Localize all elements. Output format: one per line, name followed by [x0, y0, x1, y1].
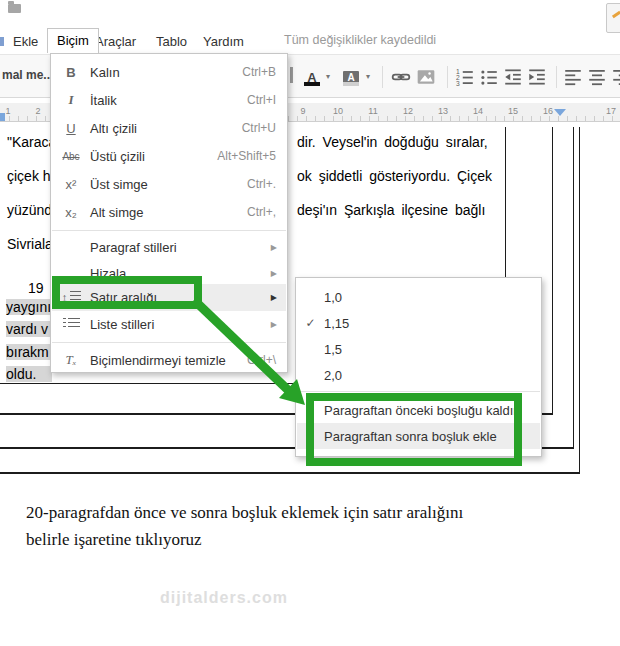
list-styles-icon: [52, 317, 90, 332]
menubar-araclar[interactable]: Araçlar: [95, 31, 136, 52]
menubar-yardim[interactable]: Yardım: [203, 31, 244, 52]
numbered-list-icon: 1 2 3: [455, 67, 475, 87]
menu-item-ustu-cizili[interactable]: Abc Üstü çizili Alt+Shift+5: [52, 142, 286, 170]
ruler-number: 11: [368, 106, 377, 116]
doc-text-line4-left: Sivriala: [7, 236, 53, 252]
menu-item-paragraf-stilleri[interactable]: Paragraf stilleri ▶: [52, 234, 286, 260]
checkmark-icon: ✓: [297, 316, 324, 330]
pencil-icon: [612, 11, 620, 19]
underline-icon: U: [52, 121, 90, 136]
right-indent-marker[interactable]: [554, 109, 566, 116]
menu-item-ust-simge[interactable]: x² Üst simge Ctrl+.: [52, 170, 286, 198]
toolbar-divider: [556, 66, 557, 88]
frame-border-vertical-2: [552, 127, 553, 413]
ruler-number: 10: [333, 106, 343, 116]
top-menubar: Ekle Biçim Araçlar Tablo Yardım Tüm deği…: [0, 0, 620, 52]
annotation-box-line-spacing: [52, 276, 202, 309]
align-left-icon: [563, 67, 583, 87]
svg-text:3: 3: [456, 80, 460, 87]
doc-text-line1-right: dir. Veysel'in doğduğu sıralar,: [297, 134, 488, 150]
edit-mode-button[interactable]: [606, 3, 620, 33]
google-docs-format-menu-screenshot: "Karaca çiçek h yüzünd Sivriala dir. Vey…: [0, 0, 620, 646]
align-left-button[interactable]: [562, 66, 584, 88]
align-center-icon: [587, 67, 607, 87]
ruler-number: 14: [473, 106, 483, 116]
bulleted-list-button[interactable]: [478, 66, 500, 88]
menu-separator: [297, 391, 540, 392]
insert-link-button[interactable]: [390, 66, 412, 88]
align-right-button[interactable]: [610, 66, 620, 88]
insert-image-button[interactable]: [415, 66, 437, 88]
menu-separator: [52, 230, 286, 231]
doc-text-line2-left: çiçek h: [7, 168, 51, 184]
cut-icon-fragment: [290, 67, 293, 83]
menu-item-alti-cizili[interactable]: U Altı çizili Ctrl+U: [52, 114, 286, 142]
menu-item-bicimlendirmeyi-temizle[interactable]: Tₓ Biçimlendirmeyi temizle Ctrl+\: [52, 346, 286, 374]
insert-link-icon: [391, 67, 411, 87]
caption-line1: 20-paragrafdan önce ve sonra boşluk ekle…: [26, 503, 463, 523]
decrease-indent-button[interactable]: [502, 66, 524, 88]
doc-text-line1-left: "Karaca: [7, 134, 56, 150]
submenu-arrow-icon: ▶: [271, 269, 286, 278]
spacing-option-1-15[interactable]: ✓ 1,15: [297, 310, 540, 336]
text-color-icon: A: [307, 72, 316, 83]
doc-text-line2-right: ok şiddetli gösteriyordu. Çiçek: [297, 168, 492, 184]
clear-formatting-icon: Tₓ: [52, 352, 90, 368]
caption-line2: belirle işaretine tıklıyoruz: [26, 530, 202, 550]
doc-selected-line4: oldu.: [6, 366, 52, 382]
menu-item-italik[interactable]: I İtalik Ctrl+I: [52, 86, 286, 114]
menubar-tablo[interactable]: Tablo: [156, 31, 187, 52]
bold-icon: B: [52, 65, 90, 80]
menubar-ekle[interactable]: Ekle: [13, 31, 38, 52]
ruler-number: 9: [300, 106, 305, 116]
submenu-arrow-icon: ▶: [271, 320, 286, 329]
menubar-bicim[interactable]: Biçim: [47, 28, 99, 53]
increase-indent-icon: [527, 67, 547, 87]
ruler-number: 1: [5, 106, 10, 116]
spacing-option-2-0[interactable]: 2,0: [297, 362, 540, 388]
ruler-number: 16: [543, 106, 553, 116]
submenu-arrow-icon: ▶: [271, 293, 286, 302]
menu-item-liste-stilleri[interactable]: Liste stilleri ▶: [52, 311, 286, 337]
italic-icon: I: [52, 92, 90, 108]
menu-item-alt-simge[interactable]: x₂ Alt simge Ctrl+,: [52, 198, 286, 226]
ruler-number: 12: [403, 106, 413, 116]
ruler-number: 15: [508, 106, 518, 116]
text-color-caret-icon[interactable]: ▾: [326, 72, 330, 81]
spacing-option-1-0[interactable]: 1,0: [297, 284, 540, 310]
submenu-arrow-icon: ▶: [271, 243, 286, 252]
folder-icon[interactable]: [8, 4, 21, 13]
bookmark-fragment-icon: [0, 37, 4, 46]
superscript-icon: x²: [52, 177, 90, 192]
doc-text-line3-right: deşi'ın Şarkışla ilçesine bağlı: [297, 202, 485, 218]
strikethrough-icon: Abc: [52, 151, 90, 162]
toolbar-divider: [382, 66, 383, 88]
toolbar-divider: [447, 66, 448, 88]
frame-border-bottom-4: [0, 472, 580, 474]
save-status-text: Tüm değişiklikler kaydedildi: [284, 33, 436, 47]
left-indent-marker[interactable]: [0, 113, 5, 121]
bulleted-list-icon: [479, 67, 499, 87]
align-right-icon: [611, 67, 620, 87]
subscript-icon: x₂: [52, 205, 90, 220]
frame-border-vertical-3: [573, 127, 574, 447]
doc-selected-line1: yaygını: [6, 299, 52, 315]
frame-border-vertical-4: [579, 127, 580, 473]
menu-item-kalin[interactable]: B Kalın Ctrl+B: [52, 58, 286, 86]
doc-selected-line3: bırakm: [6, 344, 52, 360]
paragraph-style-dropdown[interactable]: mal me...: [2, 68, 53, 82]
ruler-number: 17: [606, 106, 616, 116]
text-color-button[interactable]: A: [301, 66, 323, 88]
ruler-number: 2: [35, 106, 40, 116]
numbered-list-button[interactable]: 1 2 3: [454, 66, 476, 88]
highlight-color-caret-icon[interactable]: ▾: [366, 72, 370, 81]
menu-separator: [52, 342, 286, 343]
spacing-option-1-5[interactable]: 1,5: [297, 336, 540, 362]
increase-indent-button[interactable]: [526, 66, 548, 88]
align-center-button[interactable]: [586, 66, 608, 88]
format-menu: B Kalın Ctrl+B I İtalik Ctrl+I U Altı çi…: [50, 53, 288, 373]
annotation-box-paragraph-spacing: [306, 393, 522, 466]
highlight-color-button[interactable]: A: [340, 66, 362, 88]
insert-image-icon: [416, 67, 436, 87]
doc-text-line3-left: yüzünd: [7, 202, 52, 218]
